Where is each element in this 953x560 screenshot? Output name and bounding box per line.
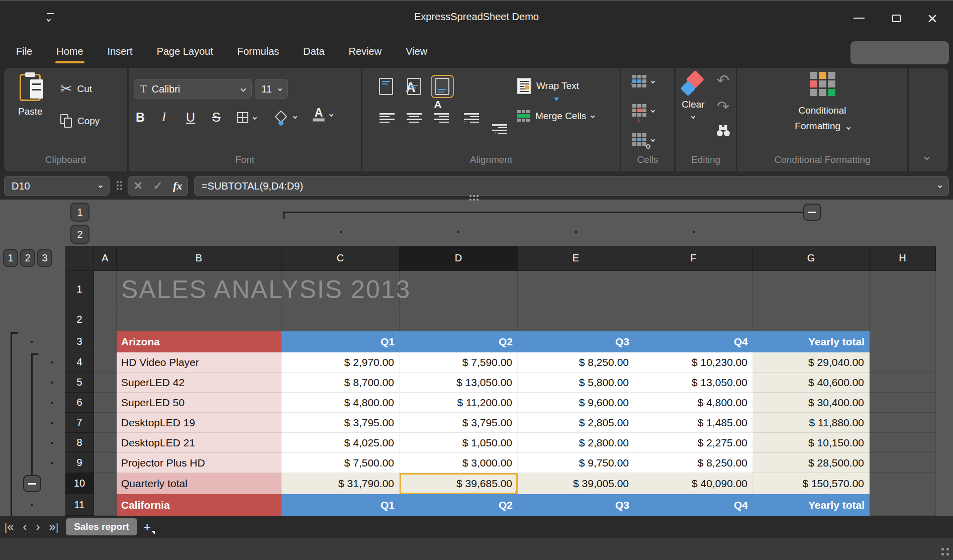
cell-H4[interactable] xyxy=(870,352,936,372)
minimize-button[interactable] xyxy=(847,10,871,26)
strikethrough-button[interactable]: S xyxy=(212,110,221,125)
row-outline-level-3-button[interactable]: 3 xyxy=(37,249,52,267)
cell-E2[interactable] xyxy=(518,308,634,331)
cell-B7[interactable]: DesktopLED 19 xyxy=(117,413,281,433)
tab-data[interactable]: Data xyxy=(291,37,336,65)
close-button[interactable]: × xyxy=(921,10,944,26)
align-center-button[interactable] xyxy=(407,113,422,124)
cell-F11[interactable]: Q4 xyxy=(634,494,753,516)
cell-E3[interactable]: Q3 xyxy=(518,331,634,352)
ribbon-search-box[interactable] xyxy=(850,41,949,64)
fill-color-button[interactable] xyxy=(276,112,297,121)
cell-E4[interactable]: $ 8,250.00 xyxy=(518,352,634,372)
cell-E9[interactable]: $ 9,750.00 xyxy=(518,453,634,473)
cell-G3[interactable]: Yearly total xyxy=(753,331,870,352)
cell-A7[interactable] xyxy=(94,413,117,433)
cell-B3[interactable]: Arizona xyxy=(117,331,281,352)
column-outline-level-1-button[interactable]: 1 xyxy=(70,203,89,222)
cell-A4[interactable] xyxy=(94,352,117,372)
cell-H2[interactable] xyxy=(870,308,936,331)
cell-C5[interactable]: $ 8,700.00 xyxy=(281,372,400,393)
col-header-A[interactable]: A xyxy=(94,246,117,271)
maximize-button[interactable] xyxy=(885,10,908,26)
column-outline-level-2-button[interactable]: 2 xyxy=(70,225,89,244)
row-header-5[interactable]: 5 xyxy=(65,372,94,393)
col-header-E[interactable]: E xyxy=(518,246,634,271)
cell-G9[interactable]: $ 28,500.00 xyxy=(753,453,870,473)
cell-E5[interactable]: $ 5,800.00 xyxy=(518,372,634,393)
row-header-11[interactable]: 11 xyxy=(65,494,94,516)
cancel-entry-button[interactable]: ✕ xyxy=(133,179,142,193)
cell-E6[interactable]: $ 9,600.00 xyxy=(518,393,634,413)
cell-B4[interactable]: HD Video Player xyxy=(117,352,281,372)
cell-G1[interactable] xyxy=(753,271,870,308)
cell-D11[interactable]: Q2 xyxy=(400,494,518,516)
cell-G11[interactable]: Yearly total xyxy=(753,494,870,516)
sheet-tab-sales-report[interactable]: Sales report xyxy=(66,518,137,535)
cell-D7[interactable]: $ 3,795.00 xyxy=(400,413,518,433)
row-header-3[interactable]: 3 xyxy=(65,331,94,352)
align-middle-button[interactable] xyxy=(403,75,426,98)
col-header-F[interactable]: F xyxy=(634,246,753,271)
find-button[interactable] xyxy=(716,124,731,139)
formula-bar-drag-handle[interactable] xyxy=(117,181,122,190)
cell-F10[interactable]: $ 40,090.00 xyxy=(634,473,753,494)
align-bottom-button[interactable] xyxy=(431,75,454,98)
cell-G7[interactable]: $ 11,880.00 xyxy=(753,413,870,433)
cell-E8[interactable]: $ 2,800.00 xyxy=(518,433,634,453)
row-header-10[interactable]: 10 xyxy=(65,473,94,494)
col-header-B[interactable]: B xyxy=(117,246,281,271)
row-outline-level-2-button[interactable]: 2 xyxy=(20,249,35,267)
cell-G2[interactable] xyxy=(753,308,870,331)
align-right-button[interactable] xyxy=(434,113,449,124)
col-header-D[interactable]: D xyxy=(400,246,518,271)
col-header-H[interactable]: H xyxy=(870,246,936,271)
conditional-formatting-button[interactable]: Conditional Formatting xyxy=(737,72,907,134)
add-sheet-button[interactable]: + xyxy=(143,520,151,533)
cell-F4[interactable]: $ 10,230.00 xyxy=(634,352,753,372)
italic-button[interactable]: I xyxy=(162,110,166,124)
cell-B9[interactable]: Projector Plus HD xyxy=(117,453,281,473)
row-header-1[interactable]: 1 xyxy=(65,271,94,308)
cell-D4[interactable]: $ 7,590.00 xyxy=(400,352,518,372)
cell-F3[interactable]: Q4 xyxy=(634,331,753,352)
tab-formulas[interactable]: Formulas xyxy=(225,37,291,65)
borders-button[interactable] xyxy=(237,112,256,123)
tab-insert[interactable]: Insert xyxy=(96,37,145,65)
cell-A1[interactable] xyxy=(94,271,117,308)
cell-F8[interactable]: $ 2,275.00 xyxy=(634,433,753,453)
clear-button[interactable]: Clear xyxy=(680,72,707,118)
cell-D6[interactable]: $ 11,200.00 xyxy=(400,393,518,413)
cell-E7[interactable]: $ 2,805.00 xyxy=(518,413,634,433)
cell-G6[interactable]: $ 30,400.00 xyxy=(753,393,870,413)
align-top-button[interactable] xyxy=(374,75,398,98)
cell-A6[interactable] xyxy=(94,393,117,413)
row-outline-level-1-button[interactable]: 1 xyxy=(3,249,18,267)
cell-A8[interactable] xyxy=(94,433,117,453)
cell-E10[interactable]: $ 39,005.00 xyxy=(518,473,634,494)
cell-A2[interactable] xyxy=(94,308,117,331)
cell-B8[interactable]: DesktopLED 21 xyxy=(117,433,281,453)
underline-button[interactable]: U xyxy=(186,110,195,125)
cell-B6[interactable]: SuperLED 50 xyxy=(117,393,281,413)
cell-C6[interactable]: $ 4,800.00 xyxy=(281,393,400,413)
col-header-C[interactable]: C xyxy=(281,246,400,271)
cell-H3[interactable] xyxy=(870,331,936,352)
col-header-G[interactable]: G xyxy=(753,246,870,271)
cell-E11[interactable]: Q3 xyxy=(518,494,634,516)
cell-F7[interactable]: $ 1,485.00 xyxy=(634,413,753,433)
font-size-combo[interactable]: 11 xyxy=(255,79,288,99)
resize-grip[interactable] xyxy=(941,548,949,555)
previous-sheet-button[interactable]: ‹ xyxy=(19,521,32,533)
copy-button[interactable]: Copy xyxy=(60,114,100,128)
cell-A10[interactable] xyxy=(94,473,117,494)
cell-C11[interactable]: Q1 xyxy=(281,494,400,516)
cell-D9[interactable]: $ 3,000.00 xyxy=(400,453,518,473)
cell-E1[interactable] xyxy=(518,271,634,308)
tab-home[interactable]: Home xyxy=(44,37,95,65)
cell-D3[interactable]: Q2 xyxy=(400,331,518,352)
cell-F1[interactable] xyxy=(634,271,753,308)
cell-H1[interactable] xyxy=(870,271,936,308)
cell-C7[interactable]: $ 3,795.00 xyxy=(281,413,400,433)
row-header-9[interactable]: 9 xyxy=(65,453,94,473)
